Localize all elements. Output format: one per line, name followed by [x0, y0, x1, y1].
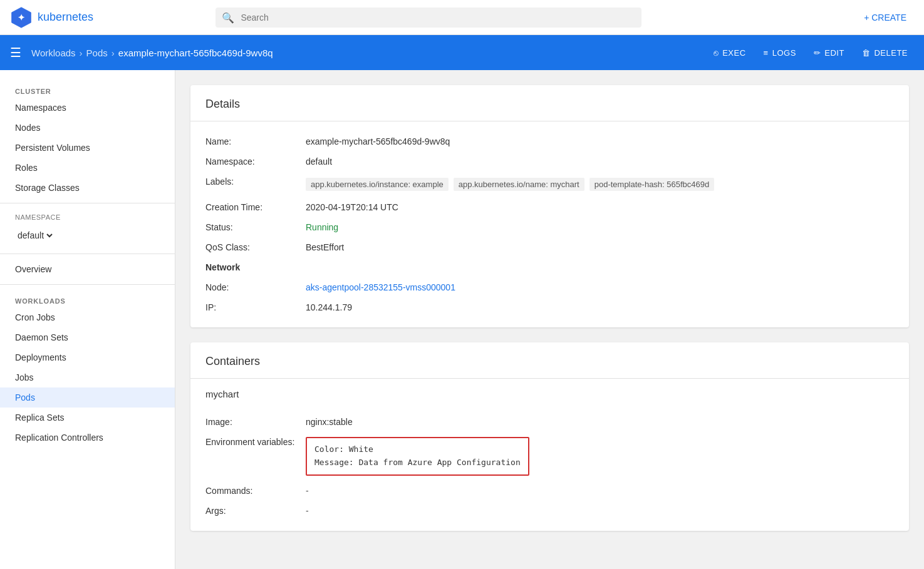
- hamburger-icon[interactable]: ☰: [10, 45, 21, 60]
- exec-button[interactable]: ⎋ EXEC: [707, 44, 752, 61]
- container-row-image: Image: nginx:stable: [205, 412, 894, 432]
- sidebar-item-namespaces[interactable]: Namespaces: [0, 98, 175, 118]
- ip-value: 10.244.1.79: [306, 302, 894, 312]
- sidebar-item-roles[interactable]: Roles: [0, 158, 175, 178]
- kubernetes-logo-icon: ✦: [10, 6, 33, 29]
- breadcrumb-actions: ⎋ EXEC ≡ LOGS ✏ EDIT 🗑 DELETE: [707, 44, 914, 61]
- namespace-label: Namespace: [0, 208, 175, 222]
- svg-text:✦: ✦: [18, 13, 25, 23]
- image-value: nginx:stable: [306, 417, 894, 427]
- containers-table: Image: nginx:stable Environment variable…: [190, 402, 909, 531]
- name-label: Name:: [205, 136, 306, 146]
- container-row-commands: Commands: -: [205, 481, 894, 501]
- cluster-section-title: Cluster: [0, 80, 175, 98]
- detail-row-labels: Labels: app.kubernetes.io/instance: exam…: [205, 172, 894, 197]
- container-row-env: Environment variables: Color: White Mess…: [205, 432, 894, 481]
- name-value: example-mychart-565fbc469d-9wv8q: [306, 136, 894, 146]
- edit-button[interactable]: ✏ EDIT: [807, 44, 851, 61]
- sidebar-item-replication-controllers[interactable]: Replication Controllers: [0, 428, 175, 448]
- qos-label: QoS Class:: [205, 242, 306, 252]
- containers-card: Containers mychart Image: nginx:stable E…: [190, 342, 909, 531]
- search-bar: 🔍: [215, 8, 641, 28]
- container-name: mychart: [190, 379, 909, 402]
- logo-text: kubernetes: [38, 11, 93, 24]
- breadcrumb-chevron-2: ›: [112, 48, 115, 58]
- creation-time-value: 2020-04-19T20:14 UTC: [306, 202, 894, 212]
- sidebar-divider-1: [0, 203, 175, 203]
- args-value: -: [306, 506, 894, 516]
- labels-label: Labels:: [205, 177, 306, 187]
- main-content: Details Name: example-mychart-565fbc469d…: [175, 70, 924, 561]
- sidebar-item-pods[interactable]: Pods: [0, 387, 175, 408]
- breadcrumb-pods[interactable]: Pods: [86, 48, 108, 58]
- node-value[interactable]: aks-agentpool-28532155-vmss000001: [306, 282, 894, 292]
- commands-label: Commands:: [205, 486, 306, 496]
- label-chip-0: app.kubernetes.io/instance: example: [306, 178, 449, 191]
- workloads-section-title: Workloads: [0, 290, 175, 307]
- details-title: Details: [190, 85, 909, 121]
- label-chip-2: pod-template-hash: 565fbc469d: [589, 178, 715, 191]
- env-label: Environment variables:: [205, 437, 306, 447]
- detail-row-node: Node: aks-agentpool-28532155-vmss000001: [205, 277, 894, 297]
- labels-container: app.kubernetes.io/instance: example app.…: [306, 177, 717, 192]
- image-label: Image:: [205, 417, 306, 427]
- sidebar-item-overview[interactable]: Overview: [0, 259, 175, 279]
- detail-row-status: Status: Running: [205, 217, 894, 237]
- search-input[interactable]: [215, 8, 641, 28]
- ip-label: IP:: [205, 302, 306, 312]
- sidebar-item-persistent-volumes[interactable]: Persistent Volumes: [0, 138, 175, 158]
- detail-row-creation-time: Creation Time: 2020-04-19T20:14 UTC: [205, 197, 894, 217]
- detail-row-name: Name: example-mychart-565fbc469d-9wv8q: [205, 131, 894, 151]
- detail-row-network-heading: Network: [205, 257, 894, 277]
- qos-value: BestEffort: [306, 242, 894, 252]
- sidebar-item-nodes[interactable]: Nodes: [0, 118, 175, 138]
- breadcrumb-current: example-mychart-565fbc469d-9wv8q: [118, 48, 273, 58]
- sidebar-divider-3: [0, 284, 175, 285]
- sidebar: Cluster Namespaces Nodes Persistent Volu…: [0, 70, 175, 561]
- logs-button[interactable]: ≡ LOGS: [757, 44, 802, 61]
- containers-title: Containers: [190, 342, 909, 379]
- namespace-field-value: default: [306, 156, 894, 167]
- breadcrumb-bar: ☰ Workloads › Pods › example-mychart-565…: [0, 35, 924, 70]
- delete-button[interactable]: 🗑 DELETE: [856, 44, 914, 61]
- label-chip-1: app.kubernetes.io/name: mychart: [454, 178, 584, 191]
- detail-table: Name: example-mychart-565fbc469d-9wv8q N…: [190, 121, 909, 327]
- detail-row-qos: QoS Class: BestEffort: [205, 237, 894, 257]
- exec-icon: ⎋: [714, 48, 719, 58]
- env-vars-box: Color: White Message: Data from Azure Ap…: [306, 437, 529, 476]
- sidebar-item-cron-jobs[interactable]: Cron Jobs: [0, 307, 175, 327]
- namespace-selector: default: [0, 222, 175, 249]
- env-var-0: Color: White: [314, 443, 521, 456]
- status-value: Running: [306, 222, 894, 232]
- search-icon: 🔍: [222, 11, 234, 23]
- sidebar-item-replica-sets[interactable]: Replica Sets: [0, 408, 175, 428]
- create-button[interactable]: + CREATE: [856, 8, 914, 28]
- creation-time-label: Creation Time:: [205, 202, 306, 212]
- namespace-field-label: Namespace:: [205, 156, 306, 167]
- breadcrumb-workloads[interactable]: Workloads: [31, 48, 76, 58]
- sidebar-item-deployments[interactable]: Deployments: [0, 347, 175, 367]
- logo: ✦ kubernetes: [10, 6, 93, 29]
- status-label: Status:: [205, 222, 306, 232]
- node-label: Node:: [205, 282, 306, 292]
- breadcrumb: Workloads › Pods › example-mychart-565fb…: [31, 48, 273, 58]
- layout: Cluster Namespaces Nodes Persistent Volu…: [0, 70, 924, 561]
- breadcrumb-chevron-1: ›: [80, 48, 83, 58]
- delete-icon: 🗑: [862, 48, 871, 58]
- sidebar-item-storage-classes[interactable]: Storage Classes: [0, 178, 175, 198]
- env-var-1: Message: Data from Azure App Configurati…: [314, 456, 521, 469]
- sidebar-divider-2: [0, 254, 175, 254]
- edit-icon: ✏: [814, 48, 821, 58]
- logs-icon: ≡: [764, 48, 769, 58]
- args-label: Args:: [205, 506, 306, 516]
- detail-row-ip: IP: 10.244.1.79: [205, 297, 894, 317]
- commands-value: -: [306, 486, 894, 496]
- sidebar-item-daemon-sets[interactable]: Daemon Sets: [0, 327, 175, 347]
- details-card: Details Name: example-mychart-565fbc469d…: [190, 85, 909, 327]
- top-nav: ✦ kubernetes 🔍 + CREATE: [0, 0, 924, 35]
- sidebar-item-jobs[interactable]: Jobs: [0, 367, 175, 387]
- namespace-select[interactable]: default: [15, 227, 55, 243]
- container-row-args: Args: -: [205, 501, 894, 521]
- network-heading: Network: [205, 262, 306, 272]
- detail-row-namespace: Namespace: default: [205, 151, 894, 172]
